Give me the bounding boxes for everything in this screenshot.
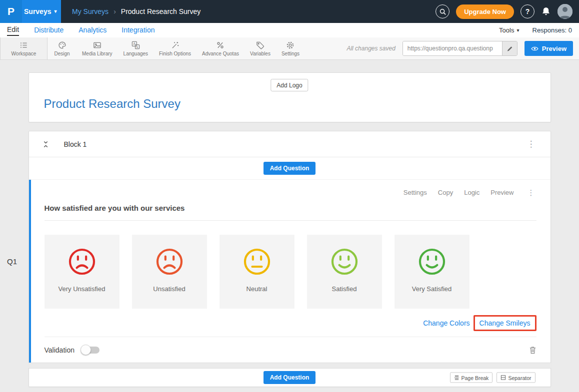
add-question-strip: Add Question [29, 157, 550, 180]
validation-row: Validation [44, 337, 536, 363]
preview-button-label: Preview [542, 45, 566, 52]
topbar-actions: Upgrade Now ? [436, 4, 579, 19]
tab-integration[interactable]: Integration [122, 25, 154, 35]
toolbar-finish-options[interactable]: Finish Options [154, 37, 196, 59]
eye-icon [531, 46, 538, 51]
user-avatar[interactable] [558, 4, 572, 19]
option-neutral[interactable]: Neutral [220, 235, 294, 309]
unsatisfied-face-icon [155, 247, 184, 276]
page-break-label: Page Break [462, 375, 489, 381]
person-icon [558, 4, 572, 19]
svg-text:A: A [133, 42, 136, 45]
delete-question-icon[interactable] [529, 346, 536, 355]
pencil-icon [506, 45, 513, 52]
option-unsatisfied[interactable]: Unsatisfied [132, 235, 207, 309]
block-menu-icon[interactable]: ⋮ [526, 140, 537, 148]
help-button[interactable]: ? [520, 4, 534, 18]
option-label: Very Satisfied [412, 285, 452, 293]
option-satisfied[interactable]: Satisfied [307, 235, 382, 309]
survey-url-input[interactable] [403, 41, 502, 55]
option-very-satisfied[interactable]: Very Satisfied [394, 235, 470, 309]
separator-label: Separator [508, 375, 531, 381]
survey-canvas: Q1 Add Logo Product Research Survey Bloc… [0, 60, 579, 387]
preview-button[interactable]: Preview [524, 41, 573, 56]
change-smileys-link[interactable]: Change Smileys [480, 319, 530, 327]
breadcrumb-current-survey: Product Research Survey [121, 7, 201, 15]
editor-toolbar: Workspace Design Media Libr [0, 37, 579, 60]
toolbar-design[interactable]: Design [48, 37, 76, 59]
toolbar-advance-quotas[interactable]: Advance Quotas [196, 37, 244, 59]
question-text[interactable]: How satisfied are you with our services [44, 204, 536, 221]
toolbar-languages[interactable]: A a Languages [118, 37, 154, 59]
survey-title[interactable]: Product Research Survey [44, 97, 180, 111]
logo-letter: P [8, 5, 14, 17]
add-logo-button[interactable]: Add Logo [270, 79, 308, 91]
option-label: Satisfied [332, 285, 357, 293]
bell-icon [541, 6, 551, 16]
search-button[interactable] [436, 4, 450, 18]
section-tabs: Edit Distribute Analytics Integration [7, 24, 154, 36]
breadcrumb: My Surveys › Product Research Survey [72, 7, 200, 15]
page-break-button[interactable]: Page Break [450, 373, 493, 383]
option-label: Unsatisfied [153, 285, 185, 293]
chevron-down-icon: ▾ [54, 9, 56, 14]
toolbar-media-library[interactable]: Media Library [76, 37, 118, 59]
surveys-menu-label: Surveys [24, 7, 51, 15]
option-very-unsatisfied[interactable]: Very Unsatisfied [44, 235, 120, 309]
toolbar-settings[interactable]: Settings [276, 37, 305, 59]
notifications-button[interactable] [541, 6, 551, 16]
product-switcher[interactable]: P Surveys ▾ [0, 0, 61, 23]
change-colors-link[interactable]: Change Colors [423, 319, 470, 327]
survey-header-card: Add Logo Product Research Survey [28, 72, 551, 122]
tab-analytics[interactable]: Analytics [78, 25, 106, 35]
annotation-highlight-box: Change Smileys [474, 315, 536, 331]
tab-distribute[interactable]: Distribute [34, 25, 64, 35]
toolbar-settings-label: Settings [282, 51, 300, 56]
percent-icon [216, 41, 224, 49]
toolbar-languages-label: Languages [124, 51, 148, 56]
question-mark-icon: ? [526, 7, 530, 15]
option-label: Neutral [246, 285, 268, 293]
add-question-button-top[interactable]: Add Question [264, 162, 316, 175]
upgrade-now-button[interactable]: Upgrade Now [456, 4, 514, 19]
toolbar-design-label: Design [54, 51, 70, 56]
responses-count: Responses: 0 [532, 26, 572, 34]
image-icon [93, 41, 102, 49]
smiley-customize-links: Change Colors Change Smileys [44, 312, 536, 335]
survey-url-group [402, 41, 518, 56]
block-header: Block 1 ⋮ [29, 131, 550, 157]
block-footer: Add Question Page Break [29, 369, 550, 387]
separator-icon [500, 375, 506, 381]
toolbar-workspace-label: Workspace [12, 51, 36, 56]
page-break-icon [454, 375, 460, 381]
collapse-block-icon[interactable] [42, 140, 49, 148]
question-settings-link[interactable]: Settings [404, 189, 427, 196]
surveys-menu[interactable]: Surveys ▾ [22, 7, 57, 15]
magic-wand-icon [171, 41, 180, 49]
block-title: Block 1 [64, 140, 87, 148]
question-logic-link[interactable]: Logic [464, 189, 480, 196]
workspace-icon [20, 41, 28, 49]
breadcrumb-my-surveys[interactable]: My Surveys [72, 7, 108, 15]
toggle-knob [80, 345, 91, 355]
add-question-button-bottom[interactable]: Add Question [264, 371, 316, 384]
section-tabs-bar: Edit Distribute Analytics Integration To… [0, 23, 579, 37]
neutral-face-icon [242, 247, 272, 276]
question-copy-link[interactable]: Copy [438, 189, 453, 196]
search-icon [439, 8, 446, 15]
questionpro-logo[interactable]: P [0, 0, 22, 23]
toolbar-variables[interactable]: Variables [244, 37, 276, 59]
validation-toggle[interactable] [82, 347, 100, 354]
tab-edit[interactable]: Edit [7, 24, 19, 36]
tools-menu[interactable]: Tools ▾ [499, 26, 519, 34]
edit-url-button[interactable] [502, 41, 517, 55]
toolbar-finish-options-label: Finish Options [159, 51, 191, 56]
toolbar-workspace[interactable]: Workspace [0, 37, 48, 59]
question-preview-link[interactable]: Preview [490, 189, 514, 196]
block-card: Block 1 ⋮ Add Question Settings Copy Log… [28, 131, 551, 387]
separator-button[interactable]: Separator [496, 373, 535, 383]
chevron-down-icon: ▾ [516, 28, 519, 33]
tabs-bar-right: Tools ▾ Responses: 0 [499, 26, 572, 34]
question-menu-icon[interactable]: ⋮ [526, 189, 536, 196]
tools-menu-label: Tools [499, 26, 514, 34]
